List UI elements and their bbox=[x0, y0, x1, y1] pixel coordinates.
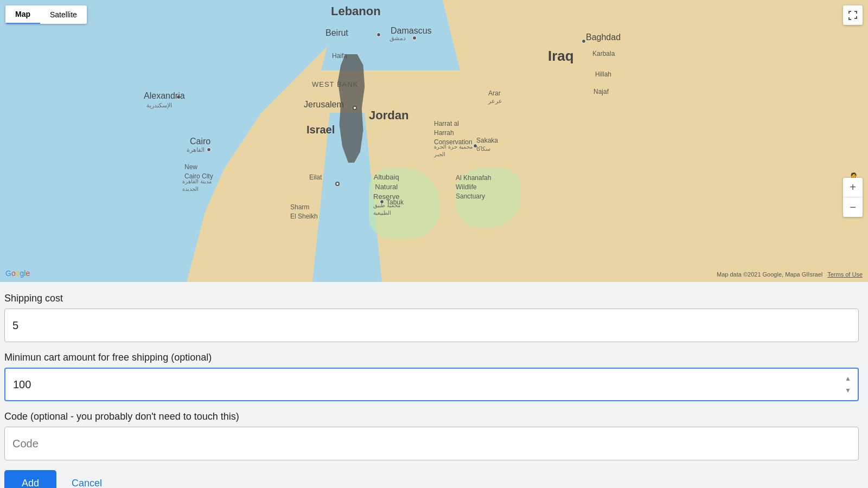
cancel-button[interactable]: Cancel bbox=[67, 470, 106, 488]
city-dot-eilat bbox=[335, 182, 340, 186]
spinner-up-arrow[interactable]: ▲ bbox=[841, 373, 854, 384]
form-section: Shipping cost Minimun cart amount for fr… bbox=[0, 282, 868, 488]
code-group: Code (optional - you probably don't need… bbox=[4, 411, 864, 460]
map-fullscreen-button[interactable] bbox=[843, 5, 863, 25]
form-actions: Add Cancel bbox=[4, 470, 864, 488]
add-button[interactable]: Add bbox=[4, 470, 56, 488]
google-logo: Google bbox=[5, 269, 30, 278]
label-alexandria: Alexandria bbox=[144, 91, 185, 101]
map-section: Lebanon Beirut Damascus دمشق Haifa WEST … bbox=[0, 0, 868, 282]
map-zoom-in-button[interactable]: + bbox=[843, 178, 863, 197]
label-jerusalem: Jerusalem bbox=[304, 100, 344, 110]
label-karbala: Karbala bbox=[592, 50, 615, 57]
label-harrat-ar: محمية حرة الحرةالجبر bbox=[434, 143, 473, 158]
label-west-bank: WEST BANK bbox=[312, 80, 358, 88]
city-dot-beirut bbox=[376, 33, 381, 37]
map-zoom-out-button[interactable]: − bbox=[843, 197, 863, 217]
label-cairo: Cairo bbox=[190, 137, 210, 146]
city-dot-baghdad bbox=[582, 39, 586, 43]
label-baghdad: Baghdad bbox=[586, 33, 621, 42]
min-cart-amount-input[interactable] bbox=[4, 368, 859, 401]
city-dot-cairo bbox=[207, 147, 211, 152]
page-container: Lebanon Beirut Damascus دمشق Haifa WEST … bbox=[0, 0, 868, 488]
label-alexandria-ar: الإسكندرية bbox=[146, 102, 172, 109]
map-zoom-controls: + − bbox=[843, 178, 863, 217]
map-type-control: Map Satellite bbox=[5, 5, 87, 24]
spinner-arrows: ▲ ▼ bbox=[841, 373, 854, 396]
label-damascus-ar: دمشق bbox=[390, 35, 406, 42]
min-cart-amount-wrapper: ▲ ▼ bbox=[4, 368, 859, 401]
label-sharm: SharmEl Sheikh bbox=[290, 203, 318, 221]
shipping-cost-group: Shipping cost bbox=[4, 293, 864, 342]
label-khanafah: Al KhanafahWildlifeSanctuary bbox=[456, 174, 491, 201]
label-hillah: Hillah bbox=[595, 70, 611, 78]
label-sakaka: Sakaka bbox=[476, 137, 498, 144]
label-iraq: Iraq bbox=[548, 48, 574, 65]
map-attribution: Map data ©2021 Google, Mapa GIIsrael Ter… bbox=[717, 271, 863, 278]
label-cairo-ar: القاهرة bbox=[187, 146, 205, 153]
label-haifa: Haifa bbox=[332, 52, 347, 60]
terms-of-use-link[interactable]: Terms of Use bbox=[827, 271, 863, 278]
label-arar: Arar bbox=[488, 89, 501, 97]
label-sakaka-ar: سكاكا bbox=[476, 145, 490, 152]
label-lebanon: Lebanon bbox=[331, 4, 381, 18]
min-cart-amount-group: Minimun cart amount for free shipping (o… bbox=[4, 352, 864, 401]
city-dot-jerusalem bbox=[353, 106, 357, 110]
label-najaf: Najaf bbox=[593, 88, 609, 95]
map-type-satellite-button[interactable]: Satellite bbox=[40, 5, 87, 24]
form-inner: Shipping cost Minimun cart amount for fr… bbox=[0, 293, 868, 488]
city-dot-damascus bbox=[412, 36, 417, 40]
min-cart-amount-label: Minimun cart amount for free shipping (o… bbox=[4, 352, 864, 363]
label-new-cairo-ar: مدينة القاهرةالجديدة bbox=[182, 178, 212, 193]
shipping-cost-input[interactable] bbox=[4, 309, 859, 342]
label-harrat: Harrat alHarrahConservation bbox=[434, 119, 473, 146]
label-jordan: Jordan bbox=[369, 108, 409, 123]
shipping-cost-label: Shipping cost bbox=[4, 293, 864, 304]
label-altubaiq-ar: محمية طبيقالطبيعية bbox=[373, 202, 400, 217]
label-eilat: Eilat bbox=[309, 174, 322, 181]
map-canvas: Lebanon Beirut Damascus دمشق Haifa WEST … bbox=[0, 0, 868, 282]
spinner-down-arrow[interactable]: ▼ bbox=[841, 385, 854, 396]
map-type-map-button[interactable]: Map bbox=[5, 5, 40, 24]
code-input[interactable] bbox=[4, 427, 859, 460]
code-label: Code (optional - you probably don't need… bbox=[4, 411, 864, 422]
label-altubaiq: AltubaiqNaturalReserve bbox=[373, 172, 399, 202]
label-arar-ar: عرعر bbox=[488, 98, 502, 105]
label-beirut: Beirut bbox=[326, 28, 348, 38]
label-israel: Israel bbox=[307, 124, 335, 136]
